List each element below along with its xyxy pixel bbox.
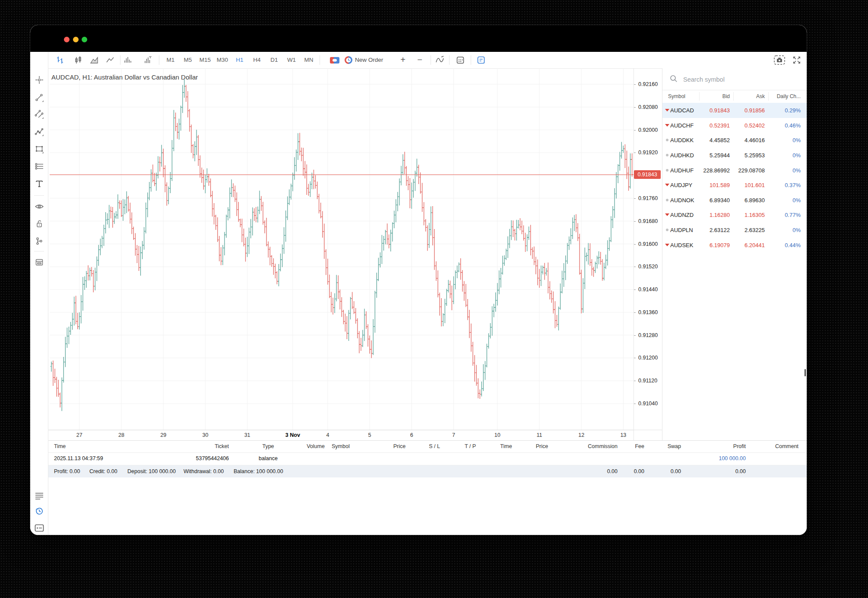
levels-icon[interactable] bbox=[30, 159, 48, 174]
toolbox-column-header[interactable]: Fee bbox=[635, 443, 644, 449]
daily-change-value: 0.44% bbox=[785, 242, 801, 248]
toolbox-column-header[interactable]: Type bbox=[262, 443, 274, 449]
scrollbar-thumb[interactable] bbox=[805, 369, 806, 376]
chart-title: AUDCAD, H1: Australian Dollar vs Canadia… bbox=[51, 73, 198, 81]
toolbox-column-header[interactable]: Time bbox=[500, 443, 512, 449]
price-axis-label: 0.91920 bbox=[634, 150, 658, 156]
history-icon[interactable] bbox=[30, 505, 48, 518]
down-arrow-icon bbox=[665, 109, 669, 111]
eye-icon[interactable] bbox=[30, 199, 48, 214]
market-watch-row-audnok[interactable]: AUDNOK6.893406.896300% bbox=[662, 193, 807, 208]
time-axis-label: 29 bbox=[160, 432, 166, 438]
down-arrow-icon bbox=[665, 244, 669, 246]
market-watch-row-audjpy[interactable]: AUDJPY101.589101.6010.37% bbox=[662, 178, 807, 193]
price-axis-label: 0.91040 bbox=[634, 401, 658, 407]
market-watch-row-auddkk[interactable]: AUDDKK4.458524.460160% bbox=[662, 133, 807, 148]
crosshair-icon[interactable] bbox=[30, 73, 48, 87]
toolbox-column-header[interactable]: Volume bbox=[307, 443, 325, 449]
unlock-icon[interactable] bbox=[30, 216, 48, 231]
market-watch-column-bid[interactable]: Bid bbox=[722, 93, 730, 99]
price-axis-label: 0.91280 bbox=[634, 332, 658, 338]
daily-change-value: 0% bbox=[792, 137, 801, 143]
down-arrow-icon bbox=[665, 124, 669, 127]
market-watch-header: SymbolBidAskDaily Ch... bbox=[662, 90, 807, 103]
time-axis-label: 3 Nov bbox=[285, 432, 300, 438]
ask-value: 5.25953 bbox=[744, 152, 765, 159]
unchanged-dot-icon bbox=[666, 229, 668, 231]
daily-change-value: 0.77% bbox=[785, 212, 801, 218]
search-icon bbox=[670, 75, 678, 83]
symbol-name: AUDPLN bbox=[670, 227, 693, 233]
toolbox-column-header[interactable]: S / L bbox=[429, 443, 440, 449]
price-axis-label: 0.91200 bbox=[634, 355, 658, 361]
summary-credit: Credit: 0.00 bbox=[89, 468, 117, 474]
daily-change-value: 0% bbox=[792, 152, 801, 159]
market-watch-row-audpln[interactable]: AUDPLN2.631222.632250% bbox=[662, 223, 807, 238]
market-watch-row-audnzd[interactable]: AUDNZD1.162801.163050.77% bbox=[662, 207, 807, 223]
time-axis-label: 28 bbox=[118, 432, 124, 438]
symbol-name: AUDDKK bbox=[670, 137, 694, 143]
polyline-icon[interactable] bbox=[30, 124, 48, 139]
price-axis-label: 0.91520 bbox=[634, 264, 658, 270]
summary-balance: Balance: 100 000.00 bbox=[234, 468, 283, 474]
unchanged-dot-icon bbox=[666, 139, 668, 141]
summary-deposit: Deposit: 100 000.00 bbox=[127, 468, 176, 474]
toolbox-column-header[interactable]: Time bbox=[54, 443, 66, 449]
ask-value: 1.16305 bbox=[744, 212, 765, 218]
market-watch-panel: SymbolBidAskDaily Ch... AUDCAD0.918430.9… bbox=[662, 68, 807, 440]
market-watch-column-symbol[interactable]: Symbol bbox=[668, 93, 685, 99]
toolbox-column-header[interactable]: Price bbox=[536, 443, 548, 449]
toolbox-column-header[interactable]: Profit bbox=[733, 443, 746, 449]
toolbox-column-header[interactable]: Symbol bbox=[332, 443, 350, 449]
time-axis-label: 11 bbox=[536, 432, 542, 438]
window-layout-icon[interactable] bbox=[30, 255, 48, 270]
market-watch-row-audsek[interactable]: AUDSEK6.190796.204410.44% bbox=[662, 237, 807, 252]
symbol-name: AUDCHF bbox=[670, 122, 694, 128]
app-window: M1M5M15M30H1H4D1W1MN New Order + − bbox=[30, 25, 807, 535]
time-axis-label: 27 bbox=[76, 432, 82, 438]
toolbox-column-header[interactable]: Commission bbox=[588, 443, 618, 449]
time-axis-label: 30 bbox=[202, 432, 208, 438]
market-watch-row-audhkd[interactable]: AUDHKD5.259445.259530% bbox=[662, 148, 807, 163]
bid-value: 6.89340 bbox=[710, 197, 730, 203]
bid-value: 0.91843 bbox=[710, 107, 730, 114]
price-axis-label: 0.92000 bbox=[634, 127, 658, 133]
toolbox-column-header[interactable]: Swap bbox=[668, 443, 681, 449]
market-watch-row-audchf[interactable]: AUDCHF0.523910.524020.46% bbox=[662, 118, 807, 133]
market-watch-row-audcad[interactable]: AUDCAD0.918430.918560.29% bbox=[662, 103, 807, 118]
bid-value: 6.19079 bbox=[710, 242, 730, 248]
price-axis[interactable]: 0.921600.920800.920000.919200.917600.916… bbox=[634, 68, 662, 440]
toolbox-column-header[interactable]: Ticket bbox=[215, 443, 229, 449]
toolbox-panel: TimeTicketTypeVolumeSymbolPriceS / LT / … bbox=[48, 440, 807, 535]
toolbox-column-header[interactable]: Comment bbox=[775, 443, 798, 449]
toolbox-column-header[interactable]: Price bbox=[393, 443, 405, 449]
time-axis-label: 10 bbox=[494, 432, 501, 438]
shapes-icon[interactable] bbox=[30, 142, 48, 156]
market-watch-row-audhuf[interactable]: AUDHUF228.86992229.087080% bbox=[662, 162, 807, 178]
toolbox-column-header[interactable]: T / P bbox=[465, 443, 476, 449]
time-axis-label: 13 bbox=[620, 432, 626, 438]
daily-change-value: 0.37% bbox=[785, 182, 801, 188]
trendline-icon[interactable] bbox=[30, 90, 48, 105]
object-tree-icon[interactable] bbox=[30, 234, 48, 248]
market-watch-column-ask[interactable]: Ask bbox=[756, 93, 765, 99]
down-arrow-icon bbox=[665, 213, 669, 216]
search-input[interactable] bbox=[682, 73, 792, 86]
ask-value: 2.63225 bbox=[744, 227, 765, 233]
time-axis-label: 7 bbox=[452, 432, 455, 438]
journal-icon[interactable] bbox=[30, 522, 48, 534]
balance-row[interactable]: 2025.11.13 04:37:59 53795442406 balance … bbox=[48, 452, 807, 465]
ask-value: 101.601 bbox=[744, 182, 765, 188]
bid-value: 228.86992 bbox=[703, 167, 730, 173]
balance-type: balance bbox=[259, 455, 278, 461]
time-axis[interactable]: 27282930313 Nov456710111213 bbox=[48, 430, 634, 441]
symbol-name: AUDHUF bbox=[670, 167, 694, 173]
unchanged-dot-icon bbox=[666, 169, 668, 172]
balance-profit: 100 000.00 bbox=[719, 455, 746, 461]
text-icon[interactable] bbox=[30, 176, 48, 191]
market-watch-column-change[interactable]: Daily Ch... bbox=[777, 93, 801, 99]
channel-icon[interactable] bbox=[30, 107, 48, 122]
price-axis-label: 0.92080 bbox=[634, 104, 658, 110]
ask-value: 6.20441 bbox=[744, 242, 765, 248]
trade-list-icon[interactable] bbox=[30, 490, 48, 503]
